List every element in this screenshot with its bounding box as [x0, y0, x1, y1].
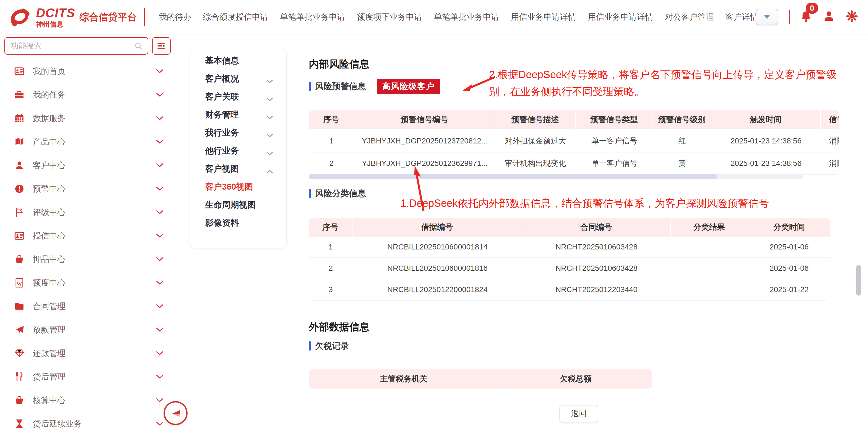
- submenu-item-9[interactable]: 影像资料: [190, 214, 286, 232]
- tab-7[interactable]: 对公客户管理: [665, 11, 714, 23]
- chevron-up-icon: [266, 167, 274, 171]
- cell: 单一客户信号: [576, 130, 653, 152]
- submenu-item-label: 影像资料: [205, 217, 239, 229]
- table-row[interactable]: 1NRCBILL2025010600001814NRCHT20250106034…: [309, 237, 830, 258]
- cell: [671, 258, 748, 279]
- sidebar-item-label: 授信中心: [33, 230, 65, 241]
- submenu-item-7[interactable]: 客户360视图: [190, 178, 286, 196]
- cell: NRCHT2025010603428: [522, 258, 671, 279]
- cell: NRCHT2025010603428: [522, 237, 671, 257]
- cell: NRCBILL2025012200001824: [352, 279, 522, 300]
- customer-detail-submenu: 基本信息客户概况客户关联财务管理我行业务他行业务客户视图客户360视图生命周期视…: [190, 49, 287, 248]
- sidebar-menu-button[interactable]: [152, 37, 170, 55]
- submenu-item-3[interactable]: 财务管理: [190, 106, 286, 124]
- sidebar-item-5[interactable]: 预警中心: [0, 177, 176, 201]
- chevron-down-icon: [156, 374, 164, 380]
- notifications-button[interactable]: 0: [800, 10, 814, 24]
- chevron-down-icon: [156, 351, 164, 356]
- gear-icon: [846, 10, 858, 22]
- sidebar-collapse-button[interactable]: [163, 401, 188, 425]
- sidebar-item-label: 我的首页: [33, 66, 65, 77]
- profile-button[interactable]: [823, 10, 837, 24]
- table-row[interactable]: 3NRCBILL2025012200001824NRCHT20250122034…: [309, 279, 830, 301]
- sidebar-item-15[interactable]: 贷后延续业务: [0, 412, 176, 436]
- submenu-item-label: 客户视图: [205, 163, 239, 175]
- table-row[interactable]: 1YJBHYJXH_DGP20250123720812...对外担保金额过大单一…: [309, 130, 839, 152]
- sidebar-item-2[interactable]: 数据服务: [0, 107, 176, 130]
- column-header: 欠税总额: [499, 369, 652, 388]
- sidebar-item-1[interactable]: 我的任务: [0, 83, 176, 107]
- chevron-down-icon: [156, 68, 164, 74]
- chevron-down-icon: [266, 148, 274, 153]
- table-row[interactable]: 2NRCBILL2025010600001816NRCHT20250106034…: [309, 258, 830, 279]
- back-button[interactable]: 返回: [559, 405, 598, 422]
- tabs-dropdown-button[interactable]: [756, 9, 778, 25]
- content-divider: [291, 34, 292, 444]
- sidebar-item-0[interactable]: 我的首页: [0, 60, 176, 83]
- submenu-item-2[interactable]: 客户关联: [190, 88, 286, 106]
- chevron-down-icon: [156, 186, 164, 191]
- tab-4[interactable]: 单笔单批业务申请: [434, 11, 499, 23]
- settings-button[interactable]: [846, 10, 860, 24]
- internal-risk-title: 内部风险信息: [309, 57, 369, 71]
- cell: 2025-01-06: [748, 258, 830, 279]
- top-header: DCITS 神州信息 综合信贷平台 我的待办综合额度授信申请单笔单批业务申请额度…: [0, 0, 868, 34]
- cell: 对外担保金额过大: [495, 130, 576, 152]
- submenu-item-6[interactable]: 客户视图: [190, 160, 286, 178]
- sidebar-search-row: [4, 37, 170, 55]
- submenu-item-5[interactable]: 他行业务: [190, 142, 286, 160]
- cell: 黄: [653, 152, 711, 174]
- cell: 单一客户信号: [576, 152, 653, 174]
- sidebar-item-14[interactable]: 核算中心: [0, 388, 176, 412]
- horizontal-scrollbar-thumb[interactable]: [309, 174, 717, 179]
- table-header-row: 序号预警信号编号预警信号描述预警信号类型预警信号级别触发时间信号状态: [309, 110, 839, 129]
- header-actions: 0: [756, 9, 868, 25]
- tab-1[interactable]: 综合额度授信申请: [203, 11, 269, 23]
- submenu-item-0[interactable]: 基本信息: [190, 52, 286, 70]
- table-row[interactable]: 2YJBHYJXH_DGP20250123629971...审计机构出现变化单一…: [309, 152, 839, 175]
- sidebar-item-4[interactable]: 客户中心: [0, 153, 176, 177]
- table-header-row: 主管税务机关欠税总额: [309, 369, 652, 388]
- cell: 2025-01-23 14:38:56: [711, 152, 821, 174]
- tax-section-title: 欠税记录: [315, 340, 349, 352]
- tab-8[interactable]: 客户详情: [725, 11, 756, 23]
- sidebar-item-6[interactable]: 评级中心: [0, 201, 176, 224]
- annotation-arrow-to-table: [409, 164, 431, 214]
- tab-2[interactable]: 单笔单批业务申请: [280, 11, 345, 23]
- sidebar-item-7[interactable]: 授信中心: [0, 224, 176, 247]
- tab-0[interactable]: 我的待办: [159, 11, 191, 23]
- tab-5[interactable]: 用信业务申请详情: [511, 11, 577, 23]
- sidebar-item-8[interactable]: 押品中心: [0, 247, 176, 271]
- sidebar-item-9[interactable]: 额度中心: [0, 271, 176, 295]
- vertical-scrollbar-thumb[interactable]: [856, 265, 861, 296]
- flag-icon: [14, 207, 25, 218]
- submenu-item-4[interactable]: 我行业务: [190, 124, 286, 142]
- function-search-box[interactable]: [4, 37, 148, 55]
- submenu-item-1[interactable]: 客户概况: [190, 70, 286, 88]
- cell: 红: [653, 130, 711, 152]
- notification-count-badge: 0: [806, 3, 818, 14]
- high-risk-customer-badge: 高风险级客户: [377, 79, 440, 94]
- tab-6[interactable]: 用信业务申请详情: [588, 11, 653, 23]
- logo-divider: [144, 8, 145, 26]
- calendar-icon: [14, 113, 25, 124]
- column-header: 合同编号: [522, 218, 671, 237]
- sidebar-item-11[interactable]: 放款管理: [0, 318, 176, 342]
- user-icon: [14, 160, 25, 171]
- sidebar-item-3[interactable]: 产品中心: [0, 130, 176, 153]
- tax-section-header: 欠税记录: [309, 339, 349, 352]
- cell: NRCBILL2025010600001816: [352, 258, 522, 279]
- bag-icon: [14, 254, 25, 265]
- id-card-icon: [14, 66, 25, 77]
- cell: 消除: [821, 130, 839, 152]
- sidebar-item-10[interactable]: 合同管理: [0, 295, 176, 318]
- search-input[interactable]: [11, 41, 131, 50]
- column-header: 触发时间: [711, 110, 821, 129]
- sidebar-item-12[interactable]: 还款管理: [0, 342, 176, 365]
- submenu-item-8[interactable]: 生命周期视图: [190, 196, 286, 214]
- tab-3[interactable]: 额度项下业务申请: [357, 11, 423, 23]
- sidebar-item-13[interactable]: 贷后管理: [0, 365, 176, 388]
- sidebar-item-label: 客户中心: [33, 160, 65, 171]
- chevron-down-icon: [156, 139, 164, 145]
- chevron-down-icon: [156, 397, 164, 403]
